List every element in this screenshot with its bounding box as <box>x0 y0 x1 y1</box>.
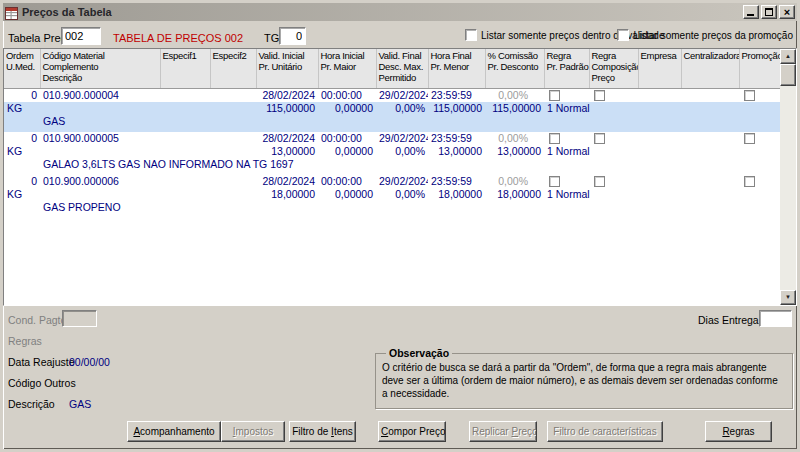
grid-row-main[interactable]: 0010.900.00000428/02/202400:00:0029/02/2… <box>4 88 780 102</box>
grid-cell <box>739 88 780 102</box>
centralizadora-cell <box>681 175 739 188</box>
cond-pagto-input[interactable] <box>62 310 97 327</box>
pr-desconto-cell: 115,00000 <box>485 102 544 115</box>
centralizadora-cell <box>681 132 739 145</box>
maximize-icon <box>765 8 773 16</box>
ordem-cell: 0 <box>4 175 40 188</box>
promocao-checkbox[interactable] <box>744 90 755 101</box>
button-regras[interactable]: Regras <box>705 421 772 442</box>
descricao-cell: GAS <box>40 115 780 132</box>
button-replicar-preco[interactable]: Replicar Preço <box>469 421 537 442</box>
grid-cell <box>589 88 638 102</box>
column-header[interactable]: Hora FinalPr. Menor <box>428 49 485 88</box>
descricao-label: Descrição <box>8 398 55 410</box>
filter-promocao-checkbox[interactable]: Listar somente preços da promoção <box>617 29 793 41</box>
dias-entrega-input[interactable] <box>759 310 792 327</box>
umed-cell: KG <box>4 102 40 115</box>
button-compor-preco[interactable]: Compor Preço <box>378 421 446 442</box>
especif2-cell <box>210 175 256 188</box>
column-header[interactable]: Hora InicialPr. Maior <box>318 49 376 88</box>
data-reajuste-label: Data Reajuste <box>8 356 75 368</box>
grid-cell <box>739 188 780 201</box>
price-grid-table: OrdemU.Med.Código MaterialComplementoDes… <box>4 49 781 218</box>
regra-composicao-checkbox[interactable] <box>594 133 605 144</box>
grid-cell <box>739 145 780 158</box>
column-header[interactable]: OrdemU.Med. <box>4 49 40 88</box>
tabela-preco-input[interactable] <box>61 27 101 45</box>
regra-padrao-checkbox[interactable] <box>549 176 560 187</box>
grid-header-row: OrdemU.Med.Código MaterialComplementoDes… <box>4 49 780 88</box>
app-window: Preços da Tabela × Tabela Preço TABELA D… <box>0 0 800 452</box>
grid-cell <box>638 188 681 201</box>
pr-menor-cell: 18,00000 <box>428 188 485 201</box>
close-button[interactable]: × <box>779 5 795 19</box>
grid-row-values[interactable]: KG18,000000,000000,00%18,0000018,000001 … <box>4 188 780 201</box>
column-header[interactable]: Centralizadora <box>681 49 739 88</box>
grid-row-descricao[interactable]: GAS <box>4 115 780 132</box>
scroll-down-button[interactable]: ▼ <box>780 290 796 305</box>
column-header[interactable]: Empresa <box>638 49 681 88</box>
scroll-thumb[interactable] <box>780 64 796 86</box>
ordem-cell: 0 <box>4 88 40 102</box>
regra-cell: 1 Normal <box>544 145 638 158</box>
button-filtro-de-itens[interactable]: Filtro de Itens <box>289 421 356 442</box>
regra-composicao-checkbox[interactable] <box>594 90 605 101</box>
grid-cell <box>589 175 638 188</box>
complemento-cell <box>40 188 160 201</box>
grid-cell <box>160 102 210 115</box>
column-header[interactable]: % ComissãoPr. Desconto <box>485 49 544 88</box>
especif1-cell <box>160 88 210 102</box>
complemento-cell <box>40 102 160 115</box>
column-header[interactable]: Código MaterialComplementoDescrição <box>40 49 160 88</box>
scroll-track[interactable] <box>780 86 796 290</box>
grid-cell <box>544 175 589 188</box>
regra-composicao-checkbox[interactable] <box>594 176 605 187</box>
column-header[interactable]: Valid. InicialPr. Unitário <box>256 49 318 88</box>
regra-cell: 1 Normal <box>544 188 638 201</box>
empresa-cell <box>638 132 681 145</box>
data-reajuste-value: 00/00/00 <box>69 356 110 368</box>
promocao-checkbox[interactable] <box>744 176 755 187</box>
button-filtro-de-caracteristicas[interactable]: Filtro de características <box>547 421 663 442</box>
grid-cell <box>681 102 739 115</box>
maximize-button[interactable] <box>761 5 777 19</box>
column-header[interactable]: Especif2 <box>210 49 256 88</box>
tg-input[interactable] <box>279 27 306 45</box>
empresa-cell <box>638 88 681 102</box>
grid-row-main[interactable]: 0010.900.00000528/02/202400:00:0029/02/2… <box>4 132 780 145</box>
title-bar[interactable]: Preços da Tabela × <box>3 3 797 21</box>
umed-cell: KG <box>4 188 40 201</box>
pr-unitario-cell: 115,00000 <box>256 102 318 115</box>
column-header[interactable]: RegraPr. Padrão <box>544 49 589 88</box>
dias-entrega-label: Dias Entrega <box>698 314 759 326</box>
grid-cell <box>160 188 210 201</box>
vertical-scrollbar[interactable]: ▲ ▼ <box>780 49 796 305</box>
checkbox-box-icon <box>617 29 629 41</box>
button-impostos[interactable]: Impostos <box>221 421 285 442</box>
pr-maior-cell: 0,00000 <box>318 145 376 158</box>
observacao-panel: Observação O critério de busca se dará a… <box>375 347 793 409</box>
scroll-up-button[interactable]: ▲ <box>780 49 796 64</box>
close-icon: × <box>784 7 790 17</box>
minimize-button[interactable] <box>743 5 759 19</box>
hora-final-cell: 23:59:59 <box>428 88 485 102</box>
grid-cell <box>160 145 210 158</box>
window-icon <box>5 6 18 19</box>
column-header[interactable]: Valid. FinalDesc. Max.Permitido <box>376 49 428 88</box>
grid-row-values[interactable]: KG115,000000,000000,00%115,00000115,0000… <box>4 102 780 115</box>
button-acompanhamento[interactable]: Acompanhamento <box>127 421 221 442</box>
promocao-checkbox[interactable] <box>744 133 755 144</box>
regra-padrao-checkbox[interactable] <box>549 133 560 144</box>
comissao-cell: 0,00% <box>485 132 544 145</box>
grid-row-main[interactable]: 0010.900.00000628/02/202400:00:0029/02/2… <box>4 175 780 188</box>
grid-row-descricao[interactable]: GAS PROPENO <box>4 201 780 218</box>
column-header[interactable]: Promoção <box>739 49 780 88</box>
regra-padrao-checkbox[interactable] <box>549 90 560 101</box>
column-header[interactable]: Especif1 <box>160 49 210 88</box>
valid-inicial-cell: 28/02/2024 <box>256 175 318 188</box>
grid-row-values[interactable]: KG13,000000,000000,00%13,0000013,000001 … <box>4 145 780 158</box>
grid-cell <box>638 145 681 158</box>
grid-row-descricao[interactable]: GALAO 3,6LTS GAS NAO INFORMADO NA TG 169… <box>4 158 780 175</box>
column-header[interactable]: RegraComposiçãoPreço <box>589 49 638 88</box>
centralizadora-cell <box>681 88 739 102</box>
